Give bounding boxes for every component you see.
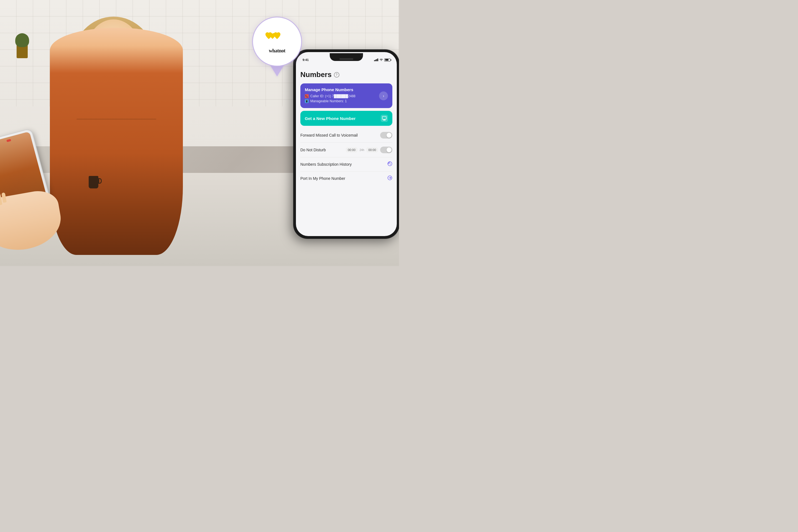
subscription-history-item[interactable]: Numbers Subscription History	[300, 157, 392, 172]
phone-icon-blue: 📱	[305, 99, 309, 103]
whatnot-hearts-svg	[265, 30, 289, 46]
forward-missed-call-item[interactable]: Forward Missed Call to Voicemail	[300, 128, 392, 143]
whatnot-text: whatnot	[269, 48, 285, 54]
get-new-phone-number-button[interactable]: Get a New Phone Number	[300, 111, 392, 126]
coffee-cup	[89, 176, 98, 188]
manage-card-title: Manage Phone Numbers	[305, 87, 356, 92]
wifi-icon	[379, 58, 383, 61]
phone-notch	[330, 53, 363, 61]
help-icon[interactable]: ?	[334, 72, 339, 78]
dnd-toggle[interactable]	[380, 147, 392, 153]
port-in-item[interactable]: Port In My Phone Number	[300, 172, 392, 185]
forward-missed-toggle[interactable]	[380, 132, 392, 138]
phone-screen: 9:41	[296, 52, 397, 236]
phone-camera	[360, 54, 363, 57]
phone-icon-red: 📞	[305, 94, 309, 98]
dnd-time-start[interactable]: 00:00	[346, 147, 358, 152]
forward-missed-label: Forward Missed Call to Voicemail	[300, 133, 358, 137]
svg-rect-0	[382, 116, 386, 119]
bubble-circle: whatnot	[252, 17, 302, 66]
manageable-numbers-row: 📱 Manageable Numbers: 1	[305, 99, 356, 103]
manage-card-info: Manage Phone Numbers 📞 Caller ID: (+1) 7…	[305, 87, 356, 104]
whatnot-logo: whatnot	[265, 30, 289, 54]
manageable-numbers-text: Manageable Numbers: 1	[310, 99, 347, 103]
svg-rect-1	[383, 119, 385, 120]
caller-id-row: 📞 Caller ID: (+1) 7██████2488	[305, 94, 356, 98]
screen-content: Numbers ? Manage Phone Numbers 📞 Caller …	[296, 66, 397, 236]
dnd-time-end[interactable]: 00:00	[366, 147, 378, 152]
numbers-title-row: Numbers ?	[300, 70, 392, 79]
svg-rect-2	[383, 120, 386, 120]
port-in-icon	[387, 175, 392, 182]
get-number-icon	[381, 115, 388, 122]
caller-id-text: Caller ID: (+1) 7██████2488	[310, 94, 356, 98]
page-title: Numbers	[300, 70, 332, 79]
phone-speaker	[339, 58, 353, 60]
dnd-time-format: 24h	[360, 149, 364, 152]
dnd-label: Do Not Disturb	[300, 148, 326, 152]
bubble-tail	[270, 65, 284, 76]
dnd-toggle-knob	[386, 147, 392, 152]
toggle-knob	[386, 133, 392, 138]
manage-phone-numbers-card[interactable]: Manage Phone Numbers 📞 Caller ID: (+1) 7…	[300, 83, 392, 108]
person-body	[50, 28, 183, 255]
port-in-label: Port In My Phone Number	[300, 176, 345, 180]
subscription-history-label: Numbers Subscription History	[300, 162, 352, 167]
do-not-disturb-item[interactable]: Do Not Disturb 00:00 24h 00:00	[300, 143, 392, 157]
manage-card-arrow[interactable]: ›	[379, 92, 388, 100]
main-phone: 9:41	[294, 50, 399, 238]
history-icon	[387, 161, 392, 167]
dnd-controls: 00:00 24h 00:00	[346, 147, 392, 153]
get-number-label: Get a New Phone Number	[305, 116, 356, 121]
